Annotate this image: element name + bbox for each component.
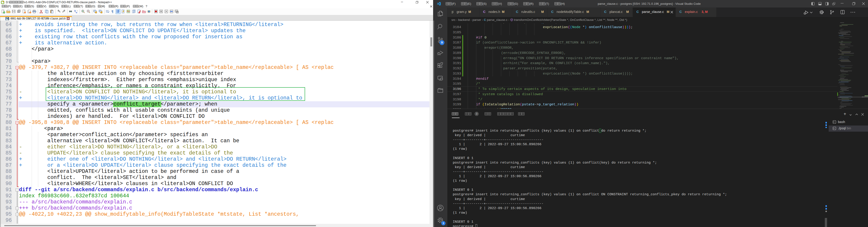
svg-text:b: b xyxy=(74,10,76,12)
svg-text:a: a xyxy=(76,11,77,13)
svg-text:¶: ¶ xyxy=(112,9,113,13)
svg-text:uc: uc xyxy=(177,12,179,13)
